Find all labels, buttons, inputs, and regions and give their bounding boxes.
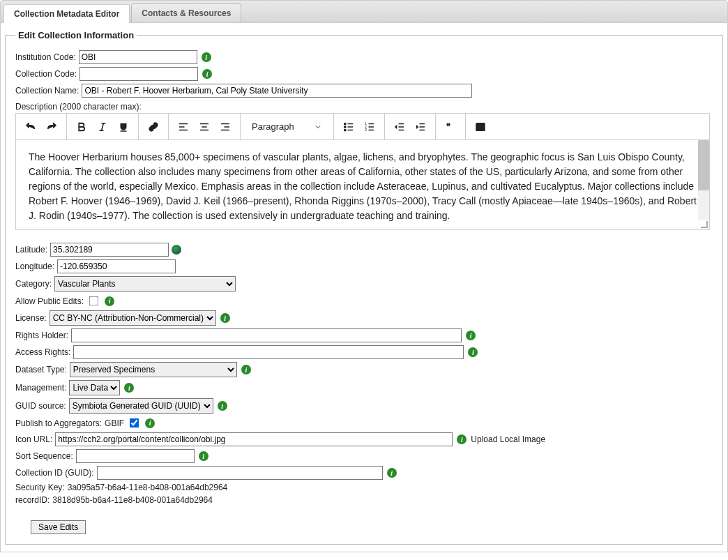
tab-contacts-resources[interactable]: Contacts & Resources — [131, 3, 241, 22]
publish-gbif-checkbox[interactable] — [130, 418, 139, 428]
tab-collection-metadata-editor[interactable]: Collection Metadata Editor — [3, 4, 130, 23]
record-id-value: 3818d95b-b6a4-11e8-b408-001a64db2964 — [52, 495, 213, 505]
info-icon[interactable]: i — [124, 383, 134, 393]
longitude-label: Longitude: — [15, 262, 54, 271]
indent-icon[interactable] — [410, 116, 431, 137]
category-select[interactable]: Vascular Plants — [54, 276, 236, 292]
dataset-type-select[interactable]: Preserved Specimens — [70, 362, 237, 377]
category-label: Category: — [15, 279, 52, 289]
outdent-icon[interactable] — [389, 116, 410, 137]
upload-local-image-link[interactable]: Upload Local Image — [471, 434, 545, 444]
tab-strip: Collection Metadata Editor Contacts & Re… — [0, 0, 728, 23]
info-icon[interactable]: i — [202, 69, 212, 79]
icon-url-label: Icon URL: — [15, 434, 52, 444]
collection-code-input[interactable] — [79, 67, 198, 81]
icon-url-input[interactable] — [55, 432, 453, 446]
rights-holder-input[interactable] — [71, 328, 462, 342]
scrollbar-track[interactable] — [698, 140, 709, 220]
info-icon[interactable]: i — [218, 401, 227, 411]
bullet-list-icon[interactable] — [338, 116, 359, 137]
allow-public-edits-checkbox[interactable] — [89, 296, 99, 306]
info-icon[interactable]: i — [220, 313, 230, 323]
numbered-list-icon[interactable]: 123 — [359, 116, 380, 137]
globe-icon[interactable] — [172, 245, 181, 255]
institution-code-input[interactable] — [79, 50, 197, 64]
institution-code-label: Institution Code: — [15, 52, 76, 62]
svg-point-13 — [344, 123, 345, 124]
dataset-type-label: Dataset Type: — [15, 365, 67, 374]
undo-icon[interactable] — [20, 116, 41, 137]
edit-collection-fieldset: Edit Collection Information Institution … — [5, 30, 723, 545]
svg-line-0 — [102, 123, 104, 130]
blockquote-icon[interactable]: ” — [440, 116, 461, 137]
license-select[interactable]: CC BY-NC (Attribution-Non-Commercial) — [50, 310, 216, 326]
sort-sequence-label: Sort Sequence: — [15, 451, 73, 461]
info-icon[interactable]: i — [202, 52, 211, 62]
info-icon[interactable]: i — [199, 451, 208, 461]
underline-icon[interactable] — [113, 116, 134, 137]
align-right-icon[interactable] — [215, 116, 236, 137]
security-key-label: Security Key: — [15, 483, 65, 492]
security-key-value: 3a095a57-b6a4-11e8-b408-001a64db2964 — [68, 483, 228, 492]
collection-name-input[interactable] — [82, 84, 472, 98]
collection-name-label: Collection Name: — [15, 86, 79, 96]
svg-point-15 — [344, 129, 345, 130]
sort-sequence-input[interactable] — [76, 449, 195, 463]
fieldset-legend: Edit Collection Information — [15, 30, 137, 40]
resize-handle-icon[interactable] — [698, 220, 709, 229]
collection-guid-input[interactable] — [97, 466, 383, 480]
info-icon[interactable]: i — [241, 365, 251, 374]
info-icon[interactable]: i — [466, 331, 476, 340]
svg-text:3: 3 — [365, 128, 367, 132]
access-rights-input[interactable] — [73, 345, 464, 359]
allow-public-edits-label: Allow Public Edits: — [15, 296, 84, 306]
info-icon[interactable]: i — [457, 434, 467, 444]
scrollbar-thumb[interactable] — [698, 140, 709, 190]
management-label: Management: — [15, 383, 66, 393]
access-rights-label: Access Rights: — [15, 347, 70, 357]
svg-point-14 — [344, 126, 345, 127]
guid-source-label: GUID source: — [15, 401, 66, 411]
latitude-input[interactable] — [50, 243, 169, 257]
collection-guid-label: Collection ID (GUID): — [15, 468, 94, 478]
rights-holder-label: Rights Holder: — [15, 331, 68, 340]
management-select[interactable]: Live Data — [69, 380, 120, 395]
info-icon[interactable]: i — [145, 418, 155, 428]
publish-aggregators-label: Publish to Aggregators: — [15, 418, 102, 428]
longitude-input[interactable] — [57, 259, 176, 273]
image-icon[interactable] — [470, 116, 491, 137]
license-label: License: — [15, 313, 47, 323]
paragraph-dropdown-label: Paragraph — [252, 121, 294, 132]
info-icon[interactable]: i — [105, 296, 114, 306]
link-icon[interactable] — [143, 116, 164, 137]
description-textarea[interactable]: The Hoover Herbarium houses 85,000+ spec… — [16, 140, 709, 229]
align-left-icon[interactable] — [173, 116, 194, 137]
latitude-label: Latitude: — [15, 245, 47, 255]
record-id-label: recordID: — [15, 495, 50, 505]
guid-source-select[interactable]: Symbiota Generated GUID (UUID) — [69, 398, 213, 414]
gbif-label: GBIF — [105, 418, 124, 428]
collection-code-label: Collection Code: — [15, 69, 77, 79]
rich-text-editor: Paragraph 123 ” — [15, 113, 710, 230]
info-icon[interactable]: i — [387, 468, 397, 478]
italic-icon[interactable] — [92, 116, 113, 137]
paragraph-dropdown[interactable]: Paragraph — [245, 116, 329, 137]
panel: Edit Collection Information Institution … — [0, 23, 728, 552]
redo-icon[interactable] — [41, 116, 62, 137]
bold-icon[interactable] — [71, 116, 92, 137]
description-label: Description (2000 character max): — [15, 102, 715, 112]
info-icon[interactable]: i — [468, 347, 478, 357]
rte-toolbar: Paragraph 123 ” — [16, 114, 709, 140]
align-center-icon[interactable] — [194, 116, 215, 137]
svg-text:”: ” — [446, 121, 450, 131]
chevron-down-icon — [314, 123, 322, 131]
save-edits-button[interactable]: Save Edits — [31, 520, 86, 534]
